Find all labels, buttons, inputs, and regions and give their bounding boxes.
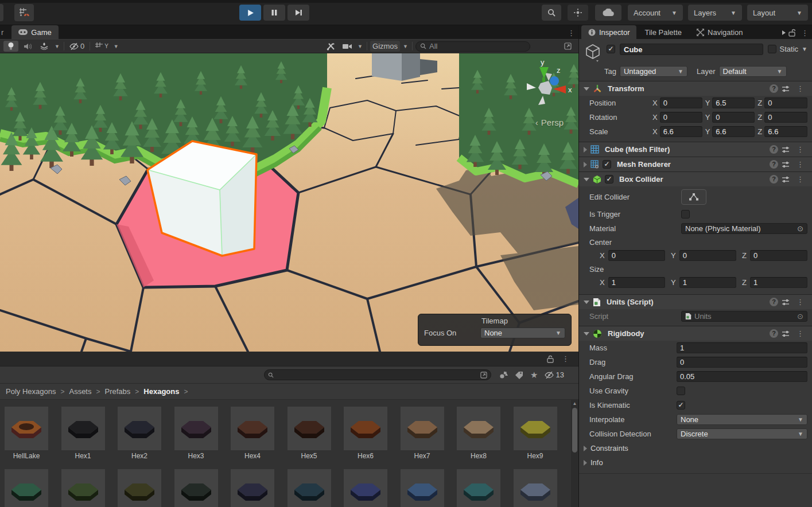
favorites-star-icon[interactable]: ★	[530, 370, 538, 380]
scene-visibility-toggle[interactable]: 0	[67, 41, 87, 52]
chevron-down-icon[interactable]: ▼	[802, 46, 807, 52]
asset-thumbnail[interactable]	[514, 407, 557, 450]
axis-x-label[interactable]: X	[600, 278, 605, 287]
axis-y-label[interactable]: Y	[705, 113, 710, 122]
scene-search-input[interactable]: All	[415, 41, 530, 52]
active-checkbox[interactable]: ✓	[607, 45, 615, 53]
layout-dropdown[interactable]: Layout▼	[747, 5, 808, 21]
asset-tile[interactable]: Hex9	[514, 407, 557, 460]
axis-y-label[interactable]: Y	[671, 278, 676, 287]
cloud-services-button[interactable]	[595, 5, 621, 21]
component-menu-icon[interactable]: ⋮	[793, 161, 807, 168]
grid-dropdown-arrow[interactable]: ▼	[112, 44, 120, 49]
presets-icon[interactable]	[782, 85, 790, 92]
tab-navigation[interactable]: Navigation	[690, 25, 749, 39]
asset-tile[interactable]: Hex7	[401, 407, 444, 460]
layers-dropdown[interactable]: Layers▼	[688, 5, 742, 21]
scale-z-field[interactable]: 6.6	[764, 126, 807, 137]
presets-icon[interactable]	[782, 176, 790, 183]
size-z-field[interactable]: 1	[750, 277, 807, 288]
gizmo-z-label[interactable]: z	[557, 66, 561, 75]
constraints-row[interactable]: Constraints	[579, 441, 812, 455]
component-menu-icon[interactable]: ⋮	[793, 330, 807, 337]
component-menu-icon[interactable]: ⋮	[793, 298, 807, 306]
scene-viewport[interactable]: y z x ‹ Persp Tilemap Focus On None ▼	[0, 53, 578, 352]
asset-thumbnail[interactable]	[401, 469, 444, 507]
hidden-packages-toggle[interactable]: 13	[545, 370, 564, 379]
position-z-field[interactable]: 0	[764, 98, 807, 108]
asset-tile[interactable]	[174, 469, 218, 507]
scene-effects-toggle[interactable]	[37, 41, 52, 52]
units-script-header[interactable]: Units (Script) ? ⋮	[579, 294, 812, 309]
asset-tile[interactable]	[287, 469, 331, 507]
axis-y-label[interactable]: Y	[705, 99, 710, 107]
help-icon[interactable]: ?	[770, 160, 778, 169]
asset-tile[interactable]: HellLake	[5, 407, 48, 460]
scale-x-field[interactable]: 6.6	[660, 126, 702, 137]
project-scrollbar[interactable]: ▲	[571, 400, 578, 507]
component-menu-icon[interactable]: ⋮	[793, 176, 807, 183]
project-search-input[interactable]	[264, 369, 491, 380]
tab-scroll-right-icon[interactable]	[782, 30, 786, 36]
help-icon[interactable]: ?	[770, 175, 778, 184]
axis-y-label[interactable]: Y	[705, 127, 710, 136]
asset-thumbnail[interactable]	[118, 469, 161, 507]
scene-camera-button[interactable]	[340, 41, 355, 52]
gizmos-dropdown[interactable]: Gizmos	[370, 41, 400, 52]
foldout-open-icon[interactable]	[584, 87, 589, 91]
undo-history-button[interactable]	[568, 5, 588, 21]
asset-tile[interactable]	[514, 469, 557, 507]
asset-thumbnail[interactable]	[118, 407, 161, 450]
gameobject-cube-icon[interactable]	[584, 43, 602, 63]
unlock-icon[interactable]	[788, 29, 795, 37]
focus-on-dropdown[interactable]: None ▼	[480, 327, 565, 338]
object-picker-icon[interactable]: ⊙	[797, 224, 803, 233]
axis-y-label[interactable]: Y	[671, 251, 676, 260]
axis-z-label[interactable]: Z	[742, 251, 747, 260]
gizmos-dropdown-arrow[interactable]: ▼	[402, 44, 409, 49]
axis-z-label[interactable]: Z	[757, 113, 762, 122]
tab-inspector[interactable]: Inspector	[581, 25, 636, 39]
asset-tile[interactable]: Hex6	[344, 407, 387, 460]
open-search-icon[interactable]	[480, 372, 487, 379]
search-by-type-icon[interactable]	[499, 371, 508, 379]
tab-tile-palette[interactable]: Tile Palette	[638, 25, 689, 39]
axis-x-label[interactable]: X	[600, 251, 605, 260]
breadcrumb-item[interactable]: Assets	[69, 387, 91, 396]
maximize-view-button[interactable]	[560, 41, 575, 52]
scene-lighting-toggle[interactable]	[3, 41, 18, 52]
axis-x-label[interactable]: X	[652, 113, 658, 122]
axis-z-label[interactable]: Z	[742, 278, 747, 287]
asset-tile[interactable]	[61, 469, 105, 507]
step-button[interactable]	[287, 5, 309, 21]
position-y-field[interactable]: 6.5	[712, 98, 755, 108]
angular-drag-field[interactable]: 0.05	[677, 371, 807, 382]
size-y-field[interactable]: 1	[679, 277, 736, 288]
rotation-z-field[interactable]: 0	[764, 112, 807, 123]
asset-thumbnail[interactable]	[344, 469, 387, 507]
asset-thumbnail[interactable]	[344, 407, 387, 450]
asset-tile[interactable]: Hex8	[457, 407, 500, 460]
scale-y-field[interactable]: 6.6	[712, 126, 755, 137]
asset-tile[interactable]	[344, 469, 387, 507]
asset-thumbnail[interactable]	[231, 407, 274, 450]
static-control[interactable]: Static ▼	[768, 45, 807, 53]
interpolate-dropdown[interactable]: None▼	[677, 414, 807, 425]
foldout-closed-icon[interactable]	[584, 162, 587, 167]
foldout-closed-icon[interactable]	[584, 446, 587, 451]
clipped-tool-button[interactable]	[0, 4, 3, 21]
gizmo-y-label[interactable]: y	[541, 58, 545, 67]
scene-grid-toggle[interactable]: Y	[93, 41, 111, 52]
mesh-renderer-enabled-checkbox[interactable]: ✓	[603, 160, 611, 169]
asset-tile[interactable]: Hex4	[231, 407, 274, 460]
axis-z-label[interactable]: Z	[757, 99, 762, 107]
axis-x-label[interactable]: X	[652, 127, 658, 136]
axis-x-label[interactable]: X	[652, 99, 658, 107]
transform-header[interactable]: Transform ? ⋮	[579, 81, 812, 96]
box-collider-header[interactable]: ✓ Box Collider ? ⋮	[579, 171, 812, 186]
help-icon[interactable]: ?	[770, 84, 778, 93]
breadcrumb-item[interactable]: Poly Hexagons	[6, 387, 56, 396]
asset-thumbnail[interactable]	[5, 469, 48, 507]
asset-tile[interactable]: Hex2	[118, 407, 161, 460]
asset-thumbnail[interactable]	[287, 407, 331, 450]
